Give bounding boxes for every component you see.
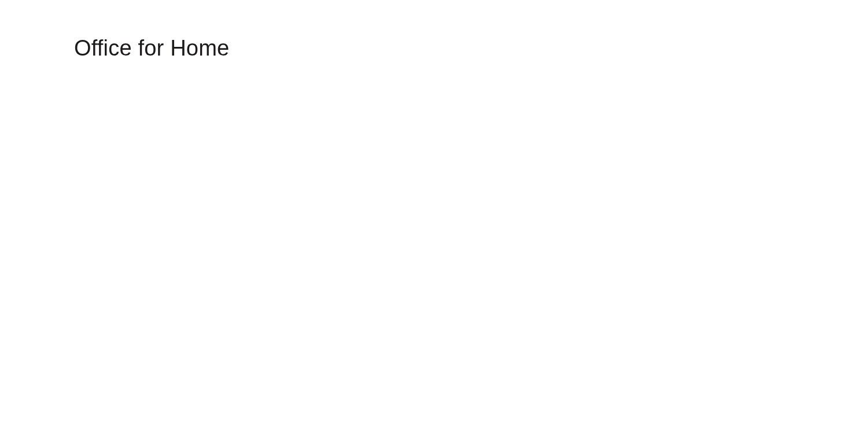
- page-container: Office for Home: [0, 0, 868, 61]
- page-title: Office for Home: [74, 36, 868, 61]
